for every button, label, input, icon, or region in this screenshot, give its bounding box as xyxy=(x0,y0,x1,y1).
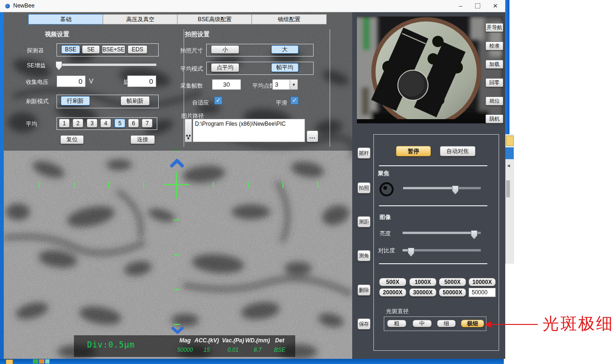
detector-bsese-button[interactable]: BSE+SE xyxy=(102,45,125,54)
rotate-input[interactable] xyxy=(127,75,156,87)
tool-measure-angle-button[interactable]: 测角 xyxy=(357,250,371,261)
smooth-checkbox[interactable]: ✓ xyxy=(291,97,299,105)
connect-button[interactable]: 连接 xyxy=(130,135,155,144)
average-1-button[interactable]: 1 xyxy=(59,119,70,128)
focus-slider[interactable] xyxy=(403,187,481,189)
browse-button[interactable]: ... xyxy=(307,130,318,142)
tool-measure-dist-button[interactable]: 测距 xyxy=(357,216,371,227)
se-gain-slider[interactable] xyxy=(56,64,156,66)
brightness-slider[interactable] xyxy=(403,232,481,234)
focus-label: 聚焦 xyxy=(378,170,389,178)
points-combobox[interactable]: 3 ▾ xyxy=(272,79,298,90)
spot-ultrafine-button[interactable]: 极细 xyxy=(461,320,484,327)
detector-bse-button[interactable]: BSE xyxy=(61,45,80,54)
close-button[interactable]: ✕ xyxy=(487,0,503,12)
mag-value-input[interactable] xyxy=(469,288,496,297)
tab-hv-vacuum[interactable]: 高压及真空 xyxy=(103,14,178,24)
reset-button[interactable]: 复位 xyxy=(60,135,84,144)
refresh-line-button[interactable]: 行刷新 xyxy=(61,96,90,105)
avg-frame-button[interactable]: 帧平均 xyxy=(271,63,299,72)
crosshair xyxy=(176,172,177,199)
mag-50000x-button[interactable]: 50000X xyxy=(439,288,466,297)
divider xyxy=(379,205,487,206)
app-icon xyxy=(5,4,10,8)
title-bar[interactable] xyxy=(0,0,505,12)
spot-diameter-label: 光斑直径 xyxy=(386,307,409,315)
average-7-button[interactable]: 7 xyxy=(142,119,153,128)
reticle-tick xyxy=(174,254,180,255)
taskbar-app-icon[interactable] xyxy=(45,359,49,364)
tool-delete-button[interactable]: 删除 xyxy=(357,284,371,296)
minimize-button[interactable]: – xyxy=(452,0,469,12)
adaptive-checkbox[interactable]: ✓ xyxy=(214,97,222,105)
stage-open-nav-button[interactable]: 开导航 xyxy=(485,23,503,32)
size-large-button[interactable]: 大 xyxy=(271,45,299,54)
background-window-fragment xyxy=(506,136,514,146)
combo-arrow-icon[interactable]: ▾ xyxy=(290,80,298,89)
photo-settings-title: 拍照设置 xyxy=(185,30,210,39)
mag-5000x-button[interactable]: 5000X xyxy=(439,278,466,286)
maximize-button[interactable] xyxy=(469,0,485,12)
reticle-tick xyxy=(317,182,318,188)
stage-zero-button[interactable]: 回零 xyxy=(485,78,503,87)
avg-point-button[interactable]: 点平均 xyxy=(211,63,239,72)
average-5-button[interactable]: 5 xyxy=(114,119,125,128)
taskbar-strip xyxy=(0,359,504,364)
refresh-mode-label: 刷新模式 xyxy=(26,97,48,105)
stage-inplace-button[interactable]: 就位 xyxy=(485,97,503,105)
average-3-button[interactable]: 3 xyxy=(87,119,97,128)
camera-image xyxy=(357,16,503,123)
taskbar-app-icon[interactable] xyxy=(39,359,44,364)
path-textbox[interactable]: D:\Program Files (x86)\NewBee\PIC xyxy=(193,119,305,142)
tab-lens-config[interactable]: 镜组配置 xyxy=(251,14,327,24)
detector-se-button[interactable]: SE xyxy=(82,45,100,54)
collect-voltage-input[interactable] xyxy=(57,75,86,87)
taskbar-app-icon[interactable] xyxy=(33,359,38,364)
detector-eds-button[interactable]: EDS xyxy=(128,45,147,54)
taskbar-folder-icon[interactable] xyxy=(6,359,13,364)
collect-voltage-label: 收集电压 xyxy=(26,78,48,86)
reticle-tick xyxy=(283,182,283,188)
size-small-button[interactable]: 小 xyxy=(211,45,239,54)
points-label: 平均点数 xyxy=(252,82,275,90)
mag-500x-button[interactable]: 500X xyxy=(379,278,406,286)
path-tree-button[interactable] xyxy=(185,119,192,142)
frames-input[interactable] xyxy=(212,79,241,90)
chevron-up-icon[interactable] xyxy=(170,159,184,168)
stage-calibrate-button[interactable]: 校准 xyxy=(485,41,503,50)
stage-offline-button[interactable]: 脱机 xyxy=(485,114,503,123)
tool-snapshot-button[interactable]: 拍照 xyxy=(357,182,371,194)
smooth-label: 平滑 xyxy=(276,99,287,107)
annotation-arrowhead xyxy=(485,321,491,328)
div-scale-text: Div:0.5μm xyxy=(87,340,135,349)
video-settings-title: 视频设置 xyxy=(45,30,69,39)
spot-coarse-button[interactable]: 粗 xyxy=(387,320,406,327)
average-2-button[interactable]: 2 xyxy=(73,119,83,128)
spot-fine-button[interactable]: 细 xyxy=(437,320,456,327)
frames-label: 采集帧数 xyxy=(180,82,203,90)
spot-medium-button[interactable]: 中 xyxy=(412,320,432,327)
stage-load-button[interactable]: 加载 xyxy=(485,60,503,69)
mag-20000x-button[interactable]: 20000X xyxy=(379,288,406,297)
focus-target-icon[interactable] xyxy=(380,182,394,196)
tool-joystick-button[interactable]: 摇杆 xyxy=(357,147,371,159)
mag-1000x-button[interactable]: 1000X xyxy=(409,278,436,286)
tab-bse-advanced[interactable]: BSE高级配置 xyxy=(177,14,252,24)
adaptive-label: 自适应 xyxy=(192,99,209,107)
annotation-text: 光斑极细 xyxy=(542,313,614,335)
refresh-frame-button[interactable]: 帧刷新 xyxy=(121,96,150,105)
status-value-acc: 15 xyxy=(193,347,220,353)
tab-basic[interactable]: 基础 xyxy=(28,14,104,24)
average-4-button[interactable]: 4 xyxy=(100,119,111,128)
chevron-down-icon[interactable] xyxy=(171,326,184,334)
autofocus-button[interactable]: 自动对焦 xyxy=(440,146,476,156)
average-6-button[interactable]: 6 xyxy=(128,119,139,128)
divider xyxy=(379,263,487,264)
collapse-arrow-icon[interactable]: ◄ xyxy=(506,163,511,168)
contrast-label: 对比度 xyxy=(378,247,395,255)
tool-save-button[interactable]: 保存 xyxy=(357,318,371,330)
reticle-tick xyxy=(108,182,109,188)
mag-30000x-button[interactable]: 30000X xyxy=(409,288,436,297)
pause-button[interactable]: 暂停 xyxy=(396,146,431,156)
mag-10000x-button[interactable]: 10000X xyxy=(469,278,496,286)
